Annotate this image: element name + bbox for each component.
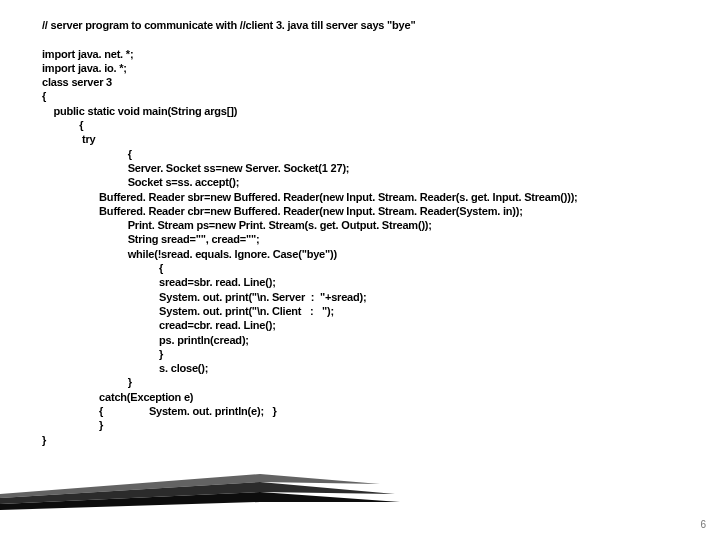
svg-marker-0 bbox=[0, 474, 380, 498]
slide-container: // server program to communicate with //… bbox=[0, 0, 720, 540]
bottom-decoration bbox=[0, 472, 420, 514]
page-number: 6 bbox=[700, 519, 706, 530]
code-block: // server program to communicate with //… bbox=[42, 18, 720, 447]
svg-marker-2 bbox=[0, 492, 400, 510]
svg-marker-1 bbox=[0, 482, 395, 504]
